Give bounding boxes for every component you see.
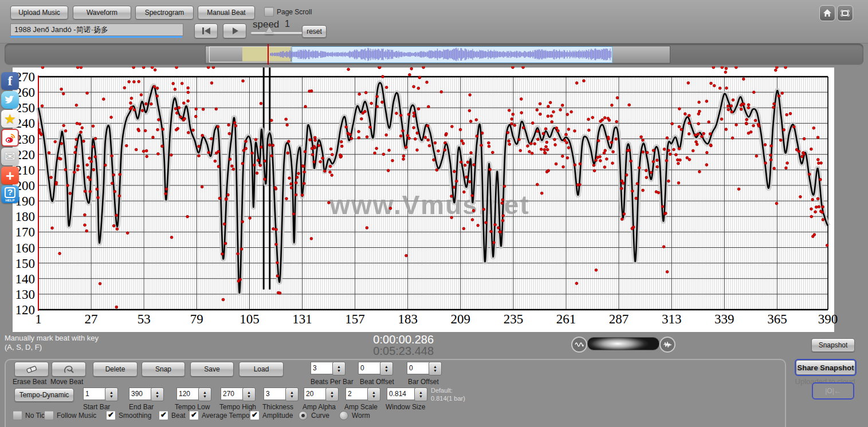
spin-down-icon[interactable]: ▼ [433, 369, 437, 373]
spin-up-icon[interactable]: ▲ [155, 390, 159, 394]
amp-scale-stepper[interactable]: ▲▼ [367, 388, 380, 401]
beat-tempo-dot [331, 153, 333, 156]
speed-slider-track[interactable] [251, 32, 306, 34]
spin-down-icon[interactable]: ▼ [330, 394, 334, 398]
tempo-dynamic-button[interactable]: Tempo-Dynamic [14, 388, 74, 402]
beat-tempo-dot [176, 127, 179, 130]
move-beat-button[interactable] [52, 362, 86, 377]
save-button[interactable]: Save [190, 362, 234, 377]
beat-offset-stepper[interactable]: ▲▼ [380, 362, 393, 375]
spin-down-icon[interactable]: ▼ [109, 394, 113, 398]
spin-down-icon[interactable]: ▼ [155, 394, 159, 398]
beat-tempo-dot [172, 82, 175, 85]
addthis-share-icon[interactable]: + [1, 167, 19, 184]
fullscreen-icon[interactable] [837, 5, 853, 21]
thickness-stepper[interactable]: ▲▼ [285, 388, 299, 401]
beats-per-bar-input[interactable] [311, 362, 333, 374]
twitter-icon[interactable] [1, 91, 19, 109]
beat-tempo-dot [408, 137, 411, 140]
beat-tempo-dot [130, 97, 133, 100]
spin-up-icon[interactable]: ▲ [384, 365, 388, 369]
erase-beat-button[interactable] [14, 362, 49, 377]
beat-tempo-dot [779, 139, 782, 142]
end-bar-stepper[interactable]: ▲▼ [151, 388, 164, 401]
snap-button[interactable]: Snap [142, 362, 185, 377]
overview-playhead[interactable] [268, 45, 269, 64]
window-size-input[interactable] [387, 388, 415, 400]
qzone-icon[interactable]: ★ [1, 110, 19, 128]
spin-down-icon[interactable]: ▼ [290, 394, 294, 398]
cloud-share-button[interactable]: |O|← [813, 383, 853, 398]
beat-tempo-dot [115, 306, 118, 309]
load-button[interactable]: Load [239, 362, 284, 377]
spin-down-icon[interactable]: ▼ [372, 394, 376, 398]
home-icon[interactable] [819, 5, 835, 21]
beat-checkbox[interactable]: ✔ [159, 410, 168, 420]
spin-up-icon[interactable]: ▲ [109, 390, 113, 394]
tempo-low-stepper[interactable]: ▲▼ [198, 388, 211, 401]
spin-down-icon[interactable]: ▼ [337, 369, 341, 373]
beat-tempo-dot [795, 148, 798, 151]
manual-beat-button[interactable]: Manual Beat [198, 6, 255, 19]
spectrogram-button[interactable]: Spectrogram [135, 6, 194, 19]
beat-tempo-dot [360, 117, 363, 120]
average-tempo-checkbox[interactable]: ✔ [189, 410, 199, 420]
start-bar-stepper[interactable]: ▲▼ [105, 388, 118, 401]
page-scroll-checkbox[interactable] [264, 7, 274, 17]
smooth-wave-icon[interactable] [571, 337, 587, 353]
facebook-icon[interactable]: f [1, 72, 19, 90]
track-title-input[interactable] [10, 23, 183, 36]
spin-down-icon[interactable]: ▼ [247, 394, 251, 398]
beat-tempo-dot [192, 129, 195, 132]
amp-alpha-stepper[interactable]: ▲▼ [325, 388, 339, 401]
bar-offset-input[interactable] [407, 362, 430, 374]
snapshot-button[interactable]: Snapshot [811, 338, 855, 352]
overview-track[interactable] [205, 46, 670, 64]
follow-music-checkbox[interactable] [44, 410, 54, 420]
curve-radio[interactable] [299, 411, 308, 420]
tempo-high-stepper[interactable]: ▲▼ [242, 388, 256, 401]
spin-up-icon[interactable]: ▲ [290, 390, 294, 394]
tempo-chart[interactable]: 1275379105131157183209235261287313339365… [0, 66, 838, 335]
speed-reset-button[interactable]: reset [302, 25, 327, 38]
upload-music-button[interactable]: Upload Music [10, 6, 68, 19]
spin-up-icon[interactable]: ▲ [203, 390, 207, 394]
spin-up-icon[interactable]: ▲ [330, 390, 334, 394]
beats-per-bar-stepper[interactable]: ▲▼ [332, 362, 345, 375]
smoothing-checkbox[interactable]: ✔ [106, 410, 116, 420]
amp-scale-input[interactable] [345, 388, 368, 400]
bar-offset-stepper[interactable]: ▲▼ [429, 362, 442, 375]
thickness-input[interactable] [264, 388, 286, 400]
spin-up-icon[interactable]: ▲ [433, 365, 437, 369]
window-size-stepper[interactable]: ▲▼ [414, 388, 427, 401]
tempo-high-input[interactable] [221, 388, 243, 400]
tempo-low-input[interactable] [176, 388, 199, 400]
start-bar-input[interactable] [83, 388, 106, 400]
spin-up-icon[interactable]: ▲ [419, 390, 423, 394]
wave-morph-slider[interactable] [587, 337, 659, 350]
email-icon[interactable]: ✉ [1, 148, 19, 165]
spin-up-icon[interactable]: ▲ [372, 390, 376, 394]
delete-button[interactable]: Delete [93, 362, 138, 377]
beat-tempo-dot [610, 141, 613, 144]
share-snapshot-button[interactable]: Share Snapshot [796, 360, 855, 375]
play-button[interactable] [223, 23, 246, 38]
spin-up-icon[interactable]: ▲ [337, 365, 341, 369]
no-tick-checkbox[interactable] [13, 410, 22, 420]
amp-alpha-input[interactable] [304, 388, 327, 400]
beat-offset-input[interactable] [358, 362, 381, 374]
spin-up-icon[interactable]: ▲ [247, 390, 251, 394]
waveform-button[interactable]: Waveform [73, 6, 131, 19]
spin-down-icon[interactable]: ▼ [203, 394, 207, 398]
speed-slider-thumb[interactable] [265, 27, 274, 34]
help-icon[interactable]: ? HELP [1, 185, 19, 203]
spin-down-icon[interactable]: ▼ [419, 394, 423, 398]
beat-wave-icon[interactable] [659, 337, 675, 353]
skip-to-start-button[interactable] [194, 23, 218, 38]
spin-down-icon[interactable]: ▼ [384, 369, 388, 373]
weibo-icon[interactable] [1, 129, 19, 147]
amplitude-checkbox[interactable]: ✔ [250, 410, 260, 420]
end-bar-input[interactable] [129, 388, 152, 400]
worm-radio[interactable] [339, 411, 348, 420]
beat-tempo-dot [292, 212, 295, 215]
